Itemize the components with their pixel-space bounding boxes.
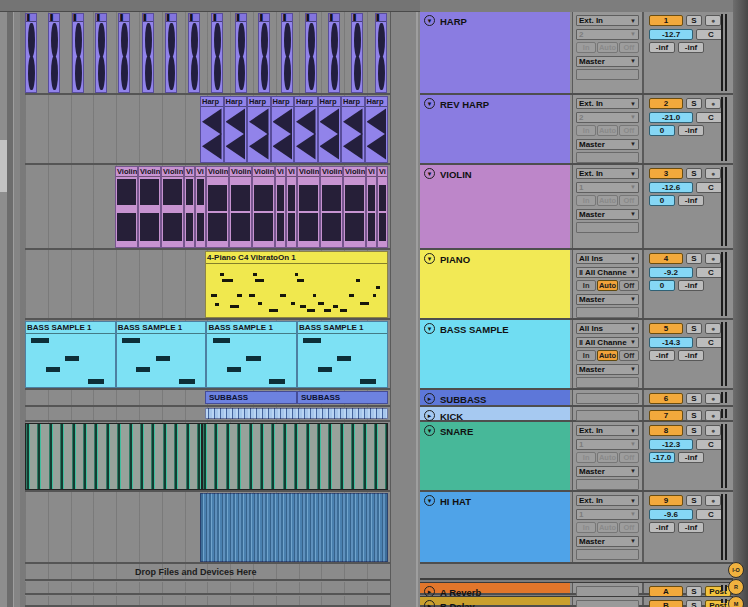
clip-violin[interactable]: Vi: [275, 166, 286, 248]
input-type-dropdown[interactable]: All Ins▼: [576, 253, 639, 264]
output-dropdown[interactable]: Master▼: [576, 139, 639, 150]
clip-bass-sample[interactable]: BASS SAMPLE 1: [206, 321, 297, 388]
monitor-auto-button[interactable]: Auto: [597, 42, 617, 53]
output-dropdown[interactable]: Master▼: [576, 536, 639, 547]
monitor-in-button[interactable]: In: [576, 42, 596, 53]
fold-track-icon[interactable]: ▾: [424, 15, 435, 26]
input-channel-dropdown[interactable]: 1▼: [576, 509, 639, 520]
send-a-value[interactable]: -17.0: [649, 452, 675, 463]
unfold-track-icon[interactable]: ▸: [424, 600, 435, 607]
show-r-toggle[interactable]: R: [728, 579, 744, 595]
clip-violin[interactable]: Vi: [286, 166, 297, 248]
send-b-value[interactable]: -inf: [678, 522, 704, 533]
track-name-area-rev-harp[interactable]: ▾REV HARP: [420, 95, 570, 163]
input-channel-dropdown[interactable]: 1▼: [576, 439, 639, 450]
monitor-in-button[interactable]: In: [576, 350, 596, 361]
clip-kick[interactable]: [205, 408, 388, 419]
monitor-auto-button[interactable]: Auto: [597, 452, 617, 463]
track-number-button[interactable]: 8: [649, 425, 683, 436]
left-scroll-gutter[interactable]: [0, 12, 25, 607]
clip-piano[interactable]: 4-Piano C4 VibratoOn 1: [205, 251, 388, 318]
clip-violin[interactable]: Violin: [138, 166, 161, 248]
clip-harp[interactable]: ▌: [235, 13, 247, 93]
track-name-area-hi-hat[interactable]: ▾HI HAT: [420, 492, 570, 562]
monitor-off-button[interactable]: Off: [619, 125, 639, 136]
send-a-value[interactable]: -inf: [649, 522, 675, 533]
clip-harp[interactable]: ▌: [281, 13, 293, 93]
input-channel-dropdown[interactable]: ‖ All Channe▼: [576, 337, 639, 348]
monitor-auto-button[interactable]: Auto: [597, 522, 617, 533]
clip-subbass[interactable]: SUBBASS: [297, 391, 388, 404]
input-channel-dropdown[interactable]: 1▼: [576, 182, 639, 193]
clip-harp[interactable]: ▌: [165, 13, 177, 93]
arrangement-pane[interactable]: ▌▌▌▌▌▌▌▌▌▌▌▌▌▌▌▌HarpHarpHarpHarpHarpHarp…: [0, 0, 420, 607]
track-number-button[interactable]: 6: [649, 393, 683, 404]
clip-violin[interactable]: Violin: [343, 166, 366, 248]
clip-harp[interactable]: ▌: [258, 13, 270, 93]
monitor-in-button[interactable]: In: [576, 125, 596, 136]
clip-bass-sample[interactable]: BASS SAMPLE 1: [25, 321, 116, 388]
send-a-value[interactable]: 0: [649, 125, 675, 136]
arm-button[interactable]: ●: [705, 425, 721, 436]
clip-rev-harp[interactable]: Harp: [365, 96, 389, 163]
send-a-value[interactable]: -inf: [649, 42, 675, 53]
clip-harp[interactable]: ▌: [142, 13, 154, 93]
fold-track-icon[interactable]: ▾: [424, 425, 435, 436]
scrollbar-thumb[interactable]: [0, 140, 7, 192]
fold-track-icon[interactable]: ▾: [424, 495, 435, 506]
monitor-auto-button[interactable]: Auto: [597, 280, 617, 291]
arm-button[interactable]: ●: [705, 323, 721, 334]
output-dropdown[interactable]: Master▼: [576, 466, 639, 477]
track-number-button[interactable]: 4: [649, 253, 683, 264]
input-type-dropdown[interactable]: Ext. In▼: [576, 15, 639, 26]
clip-rev-harp[interactable]: Harp: [224, 96, 248, 163]
track-name-area-subbass[interactable]: ▸SUBBASS: [420, 390, 570, 405]
fold-track-icon[interactable]: ▾: [424, 253, 435, 264]
clip-subbass[interactable]: SUBBASS: [205, 391, 297, 404]
solo-button[interactable]: S: [686, 323, 702, 334]
clip-harp[interactable]: ▌: [211, 13, 223, 93]
monitor-auto-button[interactable]: Auto: [597, 350, 617, 361]
clip-bass-sample[interactable]: BASS SAMPLE 1: [116, 321, 207, 388]
monitor-auto-button[interactable]: Auto: [597, 125, 617, 136]
monitor-in-button[interactable]: In: [576, 280, 596, 291]
input-type-dropdown[interactable]: Ext. In▼: [576, 98, 639, 109]
clip-violin[interactable]: Violin: [206, 166, 229, 248]
return-letter-button[interactable]: B: [649, 600, 683, 607]
clip-harp[interactable]: ▌: [48, 13, 60, 93]
monitor-in-button[interactable]: In: [576, 522, 596, 533]
track-number-button[interactable]: 5: [649, 323, 683, 334]
unfold-track-icon[interactable]: ▸: [424, 393, 435, 404]
input-channel-dropdown[interactable]: 2▼: [576, 29, 639, 40]
volume-value[interactable]: -9.6: [649, 509, 693, 520]
solo-button[interactable]: S: [686, 253, 702, 264]
clip-harp[interactable]: ▌: [25, 13, 37, 93]
clip-rev-harp[interactable]: Harp: [341, 96, 365, 163]
arm-button[interactable]: ●: [705, 168, 721, 179]
clip-hi-hat[interactable]: [200, 493, 388, 562]
track-name-area-snare[interactable]: ▾SNARE: [420, 422, 570, 490]
monitor-off-button[interactable]: Off: [619, 42, 639, 53]
track-name-area-b-delay[interactable]: ▸B Delay: [420, 597, 570, 605]
volume-value[interactable]: -12.6: [649, 182, 693, 193]
monitor-off-button[interactable]: Off: [619, 195, 639, 206]
solo-button[interactable]: S: [686, 98, 702, 109]
volume-value[interactable]: -21.0: [649, 112, 693, 123]
monitor-off-button[interactable]: Off: [619, 522, 639, 533]
arm-button[interactable]: ●: [705, 393, 721, 404]
fold-track-icon[interactable]: ▾: [424, 98, 435, 109]
clip-harp[interactable]: ▌: [328, 13, 340, 93]
input-channel-dropdown[interactable]: 2▼: [576, 112, 639, 123]
clip-violin[interactable]: Vi: [377, 166, 388, 248]
show-m-toggle[interactable]: M: [728, 596, 744, 607]
track-name-area-bass-sample[interactable]: ▾BASS SAMPLE: [420, 320, 570, 388]
clip-rev-harp[interactable]: Harp: [247, 96, 271, 163]
send-b-value[interactable]: -inf: [678, 350, 704, 361]
solo-button[interactable]: S: [686, 393, 702, 404]
clip-harp[interactable]: ▌: [188, 13, 200, 93]
output-dropdown[interactable]: Master▼: [576, 209, 639, 220]
arm-button[interactable]: ●: [705, 98, 721, 109]
clip-violin[interactable]: Violin: [297, 166, 320, 248]
send-b-value[interactable]: -inf: [678, 452, 704, 463]
input-type-dropdown[interactable]: Ext. In▼: [576, 168, 639, 179]
